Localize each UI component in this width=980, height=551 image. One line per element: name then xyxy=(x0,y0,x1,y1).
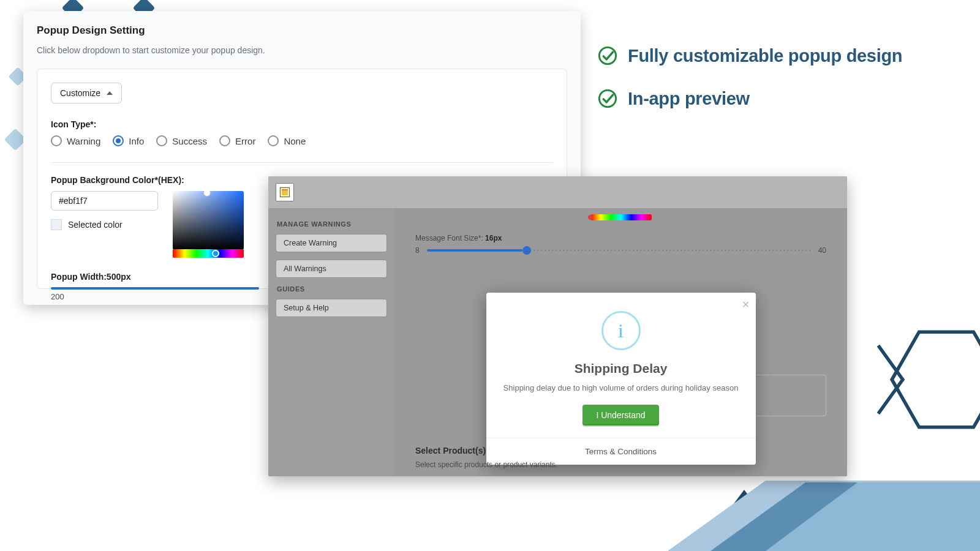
decor-hex xyxy=(876,318,980,441)
font-size-max: 40 xyxy=(818,246,826,255)
check-icon xyxy=(597,45,618,66)
customize-button[interactable]: Customize xyxy=(51,83,122,103)
popup-preview: × i Shipping Delay Shipping delay due to… xyxy=(486,293,756,465)
svg-rect-8 xyxy=(282,189,288,191)
sidebar-heading-manage: MANAGE WARNINGS xyxy=(277,220,386,228)
sidebar-heading-guides: GUIDES xyxy=(277,285,386,293)
radio-error[interactable]: Error xyxy=(219,135,255,146)
svg-rect-7 xyxy=(282,191,288,196)
customize-label: Customize xyxy=(60,88,100,98)
check-icon xyxy=(597,88,618,109)
font-size-value: 16px xyxy=(485,234,502,242)
popup-message: Shipping delay due to high volume of ord… xyxy=(501,383,741,392)
width-min: 200 xyxy=(51,292,259,301)
font-size-label: Message Font Size*: xyxy=(415,234,485,242)
popup-confirm-button[interactable]: I Understand xyxy=(582,405,658,425)
info-icon: i xyxy=(601,311,641,350)
preview-window: MANAGE WARNINGS Create Warning All Warni… xyxy=(268,176,847,476)
preview-sidebar: MANAGE WARNINGS Create Warning All Warni… xyxy=(268,208,394,476)
font-size-slider[interactable]: 8 40 xyxy=(415,246,826,255)
hue-slider[interactable] xyxy=(173,249,244,258)
all-warnings-button[interactable]: All Warnings xyxy=(276,260,387,278)
select-products-heading: Select Product(s) xyxy=(415,446,826,455)
width-label: Popup Width: xyxy=(51,272,107,282)
popup-title: Shipping Delay xyxy=(501,361,741,376)
caret-up-icon xyxy=(107,91,113,95)
picker-cursor[interactable] xyxy=(203,191,211,197)
app-icon xyxy=(276,183,294,201)
icon-type-radiogroup: Warning Info Success Error None xyxy=(51,135,553,146)
radio-none[interactable]: None xyxy=(268,135,306,146)
radio-info[interactable]: Info xyxy=(113,135,144,146)
create-warning-button[interactable]: Create Warning xyxy=(276,234,387,252)
hue-cursor[interactable] xyxy=(212,250,219,257)
svg-point-9 xyxy=(599,47,616,64)
svg-marker-0 xyxy=(892,332,980,427)
hex-input[interactable] xyxy=(51,191,158,211)
feature-text: In-app preview xyxy=(628,89,750,109)
preview-main: Message Font Size*: 16px 8 40 × i Shippi… xyxy=(394,208,847,476)
color-picker[interactable] xyxy=(173,191,244,250)
icon-type-label: Icon Type*: xyxy=(51,119,553,129)
feature-text: Fully customizable popup design xyxy=(628,46,902,66)
panel-subtitle: Click below dropdown to start customize … xyxy=(37,45,567,55)
panel-title: Popup Design Setting xyxy=(37,24,567,37)
width-slider[interactable]: 200 xyxy=(51,287,259,301)
font-size-min: 8 xyxy=(415,246,420,255)
color-swatch xyxy=(51,219,62,230)
setup-help-button[interactable]: Setup & Help xyxy=(276,299,387,317)
divider xyxy=(51,162,553,163)
width-value: 500px xyxy=(107,272,131,282)
svg-point-10 xyxy=(599,90,616,107)
select-products-sub: Select specific products or product vari… xyxy=(415,460,826,469)
selected-color-text: Selected color xyxy=(68,220,123,230)
radio-warning[interactable]: Warning xyxy=(51,135,100,146)
close-icon[interactable]: × xyxy=(742,298,750,312)
feature-list: Fully customizable popup design In-app p… xyxy=(597,45,902,131)
window-chrome xyxy=(268,176,847,208)
preview-hue-slider[interactable] xyxy=(590,214,652,220)
radio-success[interactable]: Success xyxy=(156,135,207,146)
